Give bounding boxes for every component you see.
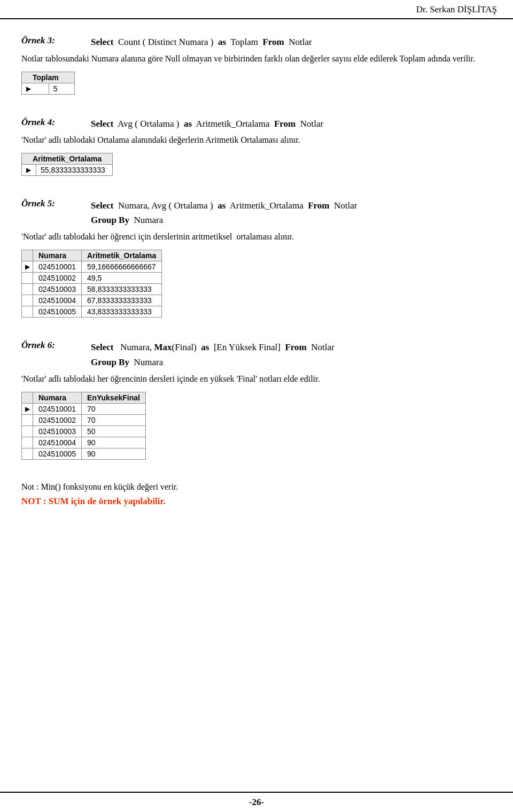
table-cell-numara: 024510003 bbox=[33, 284, 82, 295]
example-6-desc: 'Notlar' adlı tablodaki her öğrencinin d… bbox=[21, 373, 492, 385]
example-5-label: Örnek 5: bbox=[21, 198, 91, 209]
table-cell-numara: 024510001 bbox=[33, 261, 82, 273]
kw-select-4: Select bbox=[91, 119, 113, 129]
table-row: 024510002 49,5 bbox=[22, 273, 162, 284]
table-row: 024510003 58,8333333333333 bbox=[22, 284, 162, 295]
table-cell-avg: 49,5 bbox=[82, 273, 162, 284]
table-cell-numara: 024510004 bbox=[33, 295, 82, 306]
table-row: 024510004 67,8333333333333 bbox=[22, 295, 162, 306]
table-row: ▶ 024510001 59,16666666666667 bbox=[22, 261, 162, 273]
table-row: 024510005 90 bbox=[22, 448, 146, 459]
example-3-table: Toplam ▶ 5 bbox=[21, 72, 75, 95]
example-5-table: Numara Aritmetik_Ortalama ▶ 024510001 59… bbox=[21, 250, 162, 318]
table-cell-numara: 024510001 bbox=[33, 403, 82, 414]
example-3-code: Select Count ( Distinct Numara ) as Topl… bbox=[91, 35, 312, 49]
row-arrow bbox=[22, 306, 33, 318]
kw-select-5: Select bbox=[91, 200, 113, 211]
table-row: ▶ 024510001 70 bbox=[22, 403, 146, 414]
example-4-table-header: Aritmetik_Ortalama bbox=[22, 153, 113, 165]
example-6: Örnek 6: Select Numara, Max(Final) as [E… bbox=[21, 340, 492, 469]
example-6-title-row: Örnek 6: Select Numara, Max(Final) as [E… bbox=[21, 340, 492, 369]
example-6-code: Select Numara, Max(Final) as [En Yüksek … bbox=[91, 340, 335, 369]
example-3-label: Örnek 3: bbox=[21, 35, 91, 46]
row-arrow: ▶ bbox=[22, 403, 33, 414]
table-cell-numara: 024510002 bbox=[33, 414, 82, 426]
col-aritmetik-header: Aritmetik_Ortalama bbox=[82, 250, 162, 261]
example-3: Örnek 3: Select Count ( Distinct Numara … bbox=[21, 35, 492, 104]
main-content: Örnek 3: Select Count ( Distinct Numara … bbox=[0, 19, 513, 792]
table-cell-numara: 024510004 bbox=[33, 437, 82, 448]
table-cell-numara: 024510005 bbox=[33, 306, 82, 318]
row-arrow bbox=[22, 295, 33, 306]
kw-select-6: Select bbox=[91, 342, 113, 352]
header-title: Dr. Serkan DİŞLİTAŞ bbox=[416, 4, 497, 14]
row-arrow bbox=[22, 284, 33, 295]
kw-max-6: Max bbox=[154, 342, 172, 352]
kw-groupby-6: Group By bbox=[91, 357, 129, 367]
page-footer: -26- bbox=[0, 792, 513, 812]
note-sum: NOT : SUM için de örnek yapılabilir. bbox=[21, 496, 492, 507]
row-arrow: ▶ bbox=[22, 261, 33, 273]
example-5: Örnek 5: Select Numara, Avg ( Ortalama )… bbox=[21, 198, 492, 327]
table-row: 024510002 70 bbox=[22, 414, 146, 426]
row-arrow: ▶ bbox=[22, 165, 36, 176]
kw-as-5: as bbox=[217, 200, 226, 211]
table-cell-numara: 024510003 bbox=[33, 426, 82, 437]
table-cell-avg: 43,8333333333333 bbox=[82, 306, 162, 318]
note-min: Not : Min() fonksiyonu en küçük değeri v… bbox=[21, 482, 492, 492]
table-cell-numara: 024510005 bbox=[33, 448, 82, 459]
example-6-result: Numara EnYuksekFinal ▶ 024510001 70 0245… bbox=[21, 392, 146, 460]
example-6-table: Numara EnYuksekFinal ▶ 024510001 70 0245… bbox=[21, 392, 146, 460]
page-number: -26- bbox=[249, 797, 264, 807]
kw-from-3: From bbox=[262, 37, 284, 47]
table-cell-numara: 024510002 bbox=[33, 273, 82, 284]
example-4-code: Select Avg ( Ortalama ) as Aritmetik_Ort… bbox=[91, 117, 323, 131]
example-4: Örnek 4: Select Avg ( Ortalama ) as Arit… bbox=[21, 117, 492, 186]
kw-from-5: From bbox=[308, 200, 329, 211]
kw-from-6: From bbox=[285, 342, 306, 352]
row-arrow: ▶ bbox=[22, 83, 49, 94]
example-3-result: Toplam ▶ 5 bbox=[21, 72, 75, 95]
example-5-result: Numara Aritmetik_Ortalama ▶ 024510001 59… bbox=[21, 250, 162, 318]
table-cell-avg: 58,8333333333333 bbox=[82, 284, 162, 295]
kw-from-4: From bbox=[274, 119, 296, 129]
table-cell-value: 55,8333333333333 bbox=[36, 165, 113, 176]
example-5-code-line1: Select Numara, Avg ( Ortalama ) as Aritm… bbox=[91, 198, 357, 213]
kw-as-4: as bbox=[184, 119, 192, 129]
row-arrow bbox=[22, 414, 33, 426]
table-row: 024510003 50 bbox=[22, 426, 146, 437]
example-5-title-row: Örnek 5: Select Numara, Avg ( Ortalama )… bbox=[21, 198, 492, 227]
kw-as-6: as bbox=[201, 342, 209, 352]
page-header: Dr. Serkan DİŞLİTAŞ bbox=[0, 0, 513, 19]
table-cell-avg: 59,16666666666667 bbox=[82, 261, 162, 273]
table-cell-avg: 67,8333333333333 bbox=[82, 295, 162, 306]
example-4-desc: 'Notlar' adlı tablodaki Ortalama alanınd… bbox=[21, 134, 492, 146]
page-container: Dr. Serkan DİŞLİTAŞ Örnek 3: Select Coun… bbox=[0, 0, 513, 812]
table-row: 024510005 43,8333333333333 bbox=[22, 306, 162, 318]
table-cell-max: 50 bbox=[82, 426, 146, 437]
example-5-code-line2: Group By Numara bbox=[91, 213, 357, 227]
col-numara-header: Numara bbox=[33, 250, 82, 261]
table-cell-max: 70 bbox=[82, 403, 146, 414]
example-6-code-line1: Select Numara, Max(Final) as [En Yüksek … bbox=[91, 340, 335, 354]
table-row: ▶ 5 bbox=[22, 83, 75, 94]
row-arrow bbox=[22, 426, 33, 437]
table-cell-max: 90 bbox=[82, 448, 146, 459]
example-6-code-line2: Group By Numara bbox=[91, 355, 335, 369]
table-cell-max: 70 bbox=[82, 414, 146, 426]
example-3-table-header: Toplam bbox=[22, 72, 75, 83]
table-cell-value: 5 bbox=[49, 83, 74, 94]
row-arrow bbox=[22, 448, 33, 459]
example-3-title-row: Örnek 3: Select Count ( Distinct Numara … bbox=[21, 35, 492, 49]
row-arrow bbox=[22, 273, 33, 284]
example-4-label: Örnek 4: bbox=[21, 117, 91, 128]
table-cell-max: 90 bbox=[82, 437, 146, 448]
example-4-title-row: Örnek 4: Select Avg ( Ortalama ) as Arit… bbox=[21, 117, 492, 131]
example-5-desc: 'Notlar' adlı tablodaki her öğrenci için… bbox=[21, 230, 492, 243]
example-4-result: Aritmetik_Ortalama ▶ 55,8333333333333 bbox=[21, 153, 113, 176]
example-5-code: Select Numara, Avg ( Ortalama ) as Aritm… bbox=[91, 198, 357, 227]
col-arrow-header bbox=[22, 250, 33, 261]
row-arrow bbox=[22, 437, 33, 448]
table-row: ▶ 55,8333333333333 bbox=[22, 165, 113, 176]
table-row: 024510004 90 bbox=[22, 437, 146, 448]
